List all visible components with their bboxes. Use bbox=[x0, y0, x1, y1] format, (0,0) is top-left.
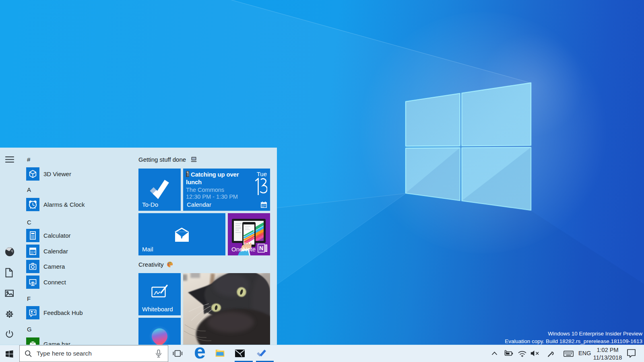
svg-text:N: N bbox=[259, 245, 263, 251]
